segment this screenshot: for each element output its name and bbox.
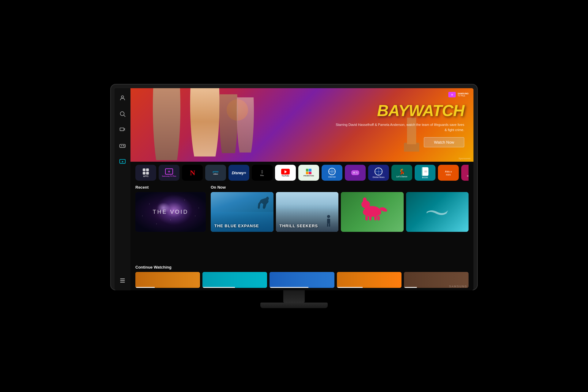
cw-card-1[interactable] <box>135 272 200 288</box>
sidebar <box>115 88 130 290</box>
recent-card[interactable]: THE VOID <box>135 192 206 232</box>
continue-watching-row <box>135 272 469 288</box>
svg-point-10 <box>124 146 124 146</box>
on-now-card-thrill-seekers[interactable]: THRILL SEEKERS <box>276 192 339 232</box>
apps-row: APPS + Samsung TV Plus N <box>135 165 469 181</box>
recent-section: Recent THE VOID <box>135 185 206 260</box>
app-tile-apps[interactable]: APPS <box>135 165 156 181</box>
cw-card-3[interactable] <box>270 272 334 288</box>
apps-section: APPS + Samsung TV Plus N <box>130 162 473 183</box>
on-now-card-pink-animal[interactable] <box>341 192 404 232</box>
app-tile-prime-video[interactable]: prime video <box>205 165 226 181</box>
samsung-badge-text: SAMSUNG TV Plus <box>458 92 469 97</box>
sidebar-item-profile[interactable] <box>118 93 127 103</box>
app-tile-netflix[interactable]: N <box>182 165 203 181</box>
content-area: Recent THE VOID <box>130 183 473 263</box>
on-now-card-blue-expanse[interactable]: THE BLUE EXPANSE <box>211 192 273 232</box>
svg-marker-12 <box>122 161 124 163</box>
samsung-badge-icon: + <box>448 92 456 97</box>
app-tile-samsung-tvplus[interactable]: + Samsung TV Plus <box>159 165 179 181</box>
on-now-section-title: On Now <box>211 185 469 190</box>
app-tile-book[interactable]: 📖 BOOK <box>415 165 435 181</box>
app-tile-lets-dance[interactable]: 💃 Let's Dance <box>391 165 412 181</box>
app-tile-home[interactable]: 🏠 HOME Y... <box>461 165 469 181</box>
on-now-grid: THE BLUE EXPANSE <box>211 192 469 232</box>
tv-screen: BAYWATCH Starring David Hasselhoff & Pam… <box>115 88 473 290</box>
hiker-silhouette-icon <box>326 215 331 226</box>
app-tile-disney-plus[interactable]: Disney+ <box>228 165 249 181</box>
svg-point-0 <box>121 96 123 98</box>
hero-title: BAYWATCH <box>336 103 464 119</box>
app-tile-youtube[interactable]: YouTube <box>275 165 296 181</box>
sidebar-item-source[interactable] <box>118 125 127 135</box>
sidebar-item-menu[interactable] <box>118 276 127 285</box>
tv-stand-base <box>260 303 328 308</box>
samsung-logo: SAMSUNG <box>449 285 467 288</box>
app-tile-promotion[interactable]: PROMOTION <box>298 165 319 181</box>
svg-point-20 <box>357 173 358 173</box>
sidebar-item-media[interactable] <box>118 157 127 167</box>
sponsored-label: Sponsored <box>458 157 470 160</box>
tv-outer: BAYWATCH Starring David Hasselhoff & Pam… <box>110 84 478 308</box>
svg-line-2 <box>124 115 125 117</box>
hero-banner: BAYWATCH Starring David Hasselhoff & Pam… <box>130 88 473 162</box>
app-tile-kids[interactable]: A B C D KIDS <box>438 165 459 181</box>
sidebar-item-search[interactable] <box>118 109 127 119</box>
svg-point-19 <box>356 172 357 173</box>
svg-point-1 <box>120 112 124 116</box>
cw-card-4[interactable] <box>337 272 401 288</box>
recent-section-title: Recent <box>135 185 206 190</box>
sidebar-item-gaming[interactable] <box>118 141 127 151</box>
tv-bezel: BAYWATCH Starring David Hasselhoff & Pam… <box>110 84 478 290</box>
app-tile-apple-tv[interactable]:  TV+ <box>252 165 273 181</box>
main-content: BAYWATCH Starring David Hasselhoff & Pam… <box>130 88 473 290</box>
svg-rect-16 <box>352 171 359 175</box>
watch-now-button[interactable]: Watch Now <box>424 137 464 147</box>
on-now-card-ocean[interactable] <box>406 192 469 232</box>
hero-info: BAYWATCH Starring David Hasselhoff & Pam… <box>336 103 464 147</box>
ocean-creature-icon <box>425 206 450 218</box>
tv-stand-neck <box>283 290 305 303</box>
blue-expanse-label: THE BLUE EXPANSE <box>214 224 259 228</box>
samsung-tvplus-badge: + SAMSUNG TV Plus <box>448 92 469 97</box>
pink-animal-icon <box>363 206 381 217</box>
app-tile-internet[interactable]: Internet <box>322 165 342 181</box>
continue-watching-section: Continue Watching <box>130 263 473 290</box>
cw-card-2[interactable] <box>202 272 267 288</box>
svg-rect-3 <box>120 128 124 131</box>
thrill-seekers-label: THRILL SEEKERS <box>280 224 318 228</box>
hero-characters <box>146 88 317 162</box>
app-tile-gaming[interactable] <box>345 165 366 181</box>
continue-watching-title: Continue Watching <box>135 265 469 270</box>
void-title: THE VOID <box>153 209 188 215</box>
on-now-section: On Now <box>211 185 469 260</box>
app-tile-global-news[interactable]: Global News <box>368 165 389 181</box>
horse-silhouette-icon <box>255 197 270 210</box>
svg-point-9 <box>123 145 123 146</box>
hero-description: Starring David Hasselhoff & Pamela Ander… <box>336 122 464 132</box>
